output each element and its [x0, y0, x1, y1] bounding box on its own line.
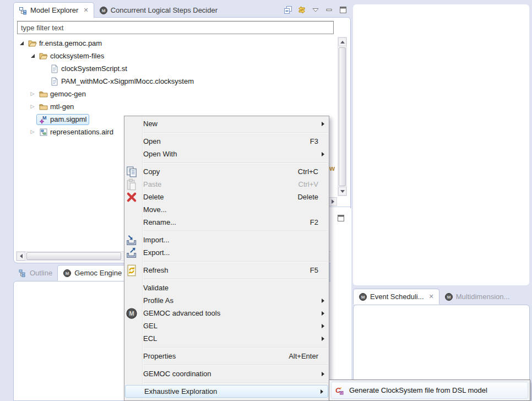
svg-text:M: M [101, 8, 105, 13]
maximize-icon[interactable] [339, 6, 348, 14]
expand-arrow[interactable] [29, 91, 36, 96]
svg-text:M: M [447, 295, 450, 300]
file-icon [50, 64, 59, 73]
menu-separator [143, 279, 328, 280]
submenu-item-label: Generate ClockSystem file from DSL model [349, 386, 487, 394]
menu-item-profile-as[interactable]: Profile As [124, 294, 329, 307]
tree-item-pam-withmoc-xsigpmlmocc-clocksystem[interactable]: PAM_withMoC-xSigpmlMocc.clocksystem [14, 75, 334, 88]
scroll-down-button[interactable] [338, 187, 346, 196]
outline-icon [18, 269, 27, 278]
exhaustive-exploration-submenu: CGenerate ClockSystem file from DSL mode… [329, 380, 530, 401]
menu-item-gemoc-advanced-tools[interactable]: M GEMOC advanced tools [124, 307, 329, 319]
delete-icon [126, 191, 138, 203]
sigpml-icon: M [39, 115, 48, 124]
view-menu-icon[interactable] [311, 6, 320, 14]
menu-item-gemoc-coordination[interactable]: GEMOC coordination [124, 367, 329, 380]
minimize-icon[interactable] [325, 6, 334, 14]
scroll-right-button[interactable] [329, 197, 337, 206]
submenu-arrow-icon [318, 152, 324, 156]
tab-event-scheduling[interactable]: M Event Scheduli... ✕ [353, 289, 439, 305]
eclipse-workbench: Model Explorer ✕ M Concurrent Logical St… [0, 0, 532, 401]
menu-item-exhaustive-exploration[interactable]: Exhaustive Exploration [125, 385, 328, 398]
tree-item-gemoc-gen[interactable]: gemoc-gen [14, 88, 334, 100]
svg-text:M: M [66, 271, 69, 276]
copy-icon [126, 166, 138, 178]
tab-concurrent-logical-steps-decider[interactable]: M Concurrent Logical Steps Decider [94, 3, 222, 18]
svg-text:M: M [361, 295, 365, 300]
export-icon [126, 247, 138, 259]
paste-icon [126, 178, 138, 191]
gemoc-icon: M [444, 292, 453, 301]
tab-label: Multidimension... [456, 292, 510, 301]
maximize-icon[interactable] [336, 214, 345, 223]
scrollbar-thumb[interactable] [26, 252, 121, 260]
clockgen-icon: C [335, 386, 344, 395]
expand-arrow[interactable] [29, 129, 36, 134]
tab-model-explorer[interactable]: Model Explorer ✕ [13, 2, 94, 18]
menu-item-ecl[interactable]: ECL [124, 332, 329, 345]
tab-label: Gemoc Engine [74, 269, 122, 277]
refresh-icon [126, 264, 138, 277]
file-icon [50, 77, 59, 86]
expand-arrow[interactable] [29, 54, 36, 58]
menu-item-new[interactable]: New [124, 117, 329, 130]
close-icon[interactable]: ✕ [83, 7, 88, 14]
menu-item-open[interactable]: Open F3 [124, 135, 329, 148]
submenu-arrow-icon [318, 324, 324, 328]
filter-input[interactable] [17, 21, 334, 34]
aird-icon [39, 128, 48, 137]
tree-item-mtl-gen[interactable]: mtl-gen [14, 100, 334, 113]
gemoc-icon: M [63, 269, 72, 278]
expand-arrow[interactable] [18, 41, 25, 45]
vertical-scrollbar[interactable] [338, 37, 347, 196]
menu-item-move[interactable]: Move... [124, 203, 329, 216]
submenu-arrow-icon [318, 299, 324, 303]
scroll-left-button[interactable] [17, 252, 25, 261]
menu-item-rename[interactable]: Rename... F2 [124, 216, 329, 229]
menu-separator [143, 347, 328, 348]
menu-item-paste: Paste Ctrl+V [124, 178, 329, 191]
tab-label: Event Scheduli... [370, 292, 424, 301]
tree-item-fr-ensta-gemoc-pam[interactable]: fr.ensta.gemoc.pam [14, 37, 334, 50]
submenu-arrow-icon [317, 389, 323, 394]
expand-arrow[interactable] [29, 104, 36, 109]
context-menu: New Open F3 Open With Copy Ctrl+C Paste … [124, 116, 329, 401]
menu-separator [143, 231, 328, 232]
tab-outline[interactable]: Outline [13, 265, 57, 280]
tab-label: Outline [30, 269, 52, 277]
link-with-editor-icon[interactable] [297, 6, 306, 14]
folderOpen-icon [39, 52, 48, 61]
menu-item-refresh[interactable]: Refresh F5 [124, 264, 329, 277]
collapse-all-icon[interactable] [284, 6, 292, 14]
scrollbar-thumb[interactable] [339, 47, 346, 186]
tree-item-clocksystem-files[interactable]: clocksystem-files [14, 50, 334, 62]
gemoc-icon: M [359, 292, 367, 301]
tree-item-clocksystemscript-st[interactable]: clockSystemScript.st [14, 62, 334, 75]
folder-icon [39, 90, 48, 99]
menu-item-copy[interactable]: Copy Ctrl+C [124, 165, 329, 178]
menu-separator [143, 132, 328, 133]
menu-item-open-with[interactable]: Open With [124, 148, 329, 160]
menu-item-delete[interactable]: Delete Delete [124, 191, 329, 203]
submenu-arrow-icon [318, 337, 324, 341]
tab-multidimensional[interactable]: M Multidimension... [439, 289, 515, 304]
menu-separator [143, 261, 328, 262]
folder-icon [39, 102, 48, 111]
menu-item-validate[interactable]: Validate [124, 281, 329, 294]
view-toolbar [284, 6, 348, 14]
tab-label: Model Explorer [30, 6, 78, 14]
import-icon [126, 234, 138, 246]
close-icon[interactable]: ✕ [429, 293, 434, 300]
submenu-item-generate-clocksystem-file-from-dsl-model[interactable]: CGenerate ClockSystem file from DSL mode… [331, 382, 528, 399]
menu-separator [143, 382, 328, 383]
menu-item-gel[interactable]: GEL [124, 319, 329, 332]
submenu-arrow-icon [318, 122, 324, 126]
menu-item-export[interactable]: Export... [124, 246, 329, 259]
gemoc-icon: M [99, 6, 108, 15]
menu-item-properties[interactable]: Properties Alt+Enter [124, 350, 329, 362]
menu-separator [143, 365, 328, 366]
editor-area [353, 4, 529, 285]
tab-gemoc-engine[interactable]: M Gemoc Engine [57, 265, 127, 281]
scroll-up-button[interactable] [338, 37, 346, 46]
menu-item-import[interactable]: Import... [124, 234, 329, 246]
